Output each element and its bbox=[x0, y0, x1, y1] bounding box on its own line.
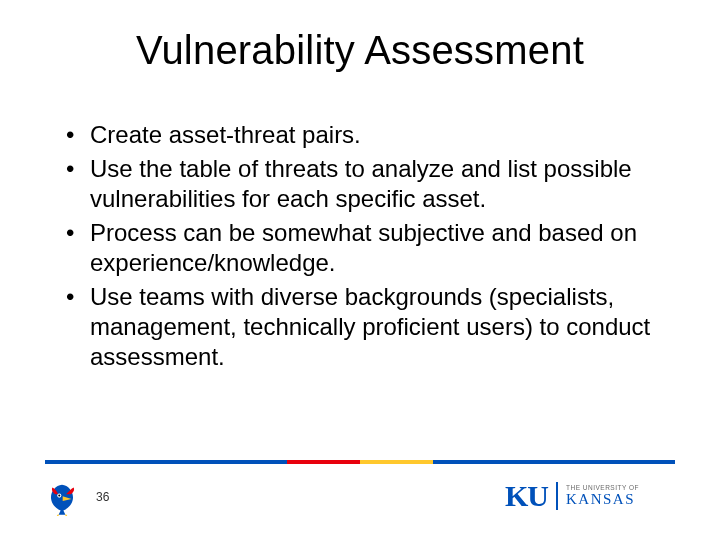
svg-point-1 bbox=[58, 495, 60, 497]
rule-segment-yellow bbox=[360, 460, 433, 464]
slide-footer: 36 KU THE UNIVERSITY OF KANSAS bbox=[0, 472, 720, 512]
bullet-list: Create asset-threat pairs. Use the table… bbox=[60, 120, 660, 372]
ku-mark: KU bbox=[505, 481, 548, 511]
rule-segment-red bbox=[287, 460, 360, 464]
slide: Vulnerability Assessment Create asset-th… bbox=[0, 0, 720, 540]
bullet-item: Use the table of threats to analyze and … bbox=[60, 154, 660, 214]
ku-line2: KANSAS bbox=[566, 492, 639, 507]
slide-title: Vulnerability Assessment bbox=[0, 28, 720, 73]
slide-body: Create asset-threat pairs. Use the table… bbox=[60, 120, 660, 376]
ku-logo-text: THE UNIVERSITY OF KANSAS bbox=[566, 485, 639, 507]
jayhawk-icon bbox=[45, 482, 79, 516]
ku-logo-divider bbox=[556, 482, 558, 510]
bullet-item: Create asset-threat pairs. bbox=[60, 120, 660, 150]
page-number: 36 bbox=[96, 490, 109, 504]
rule-segment-blue bbox=[433, 460, 675, 464]
bullet-item: Process can be somewhat subjective and b… bbox=[60, 218, 660, 278]
bullet-item: Use teams with diverse backgrounds (spec… bbox=[60, 282, 660, 372]
divider-rule bbox=[45, 460, 675, 464]
ku-logo: KU THE UNIVERSITY OF KANSAS bbox=[505, 478, 675, 514]
rule-segment-blue bbox=[45, 460, 287, 464]
